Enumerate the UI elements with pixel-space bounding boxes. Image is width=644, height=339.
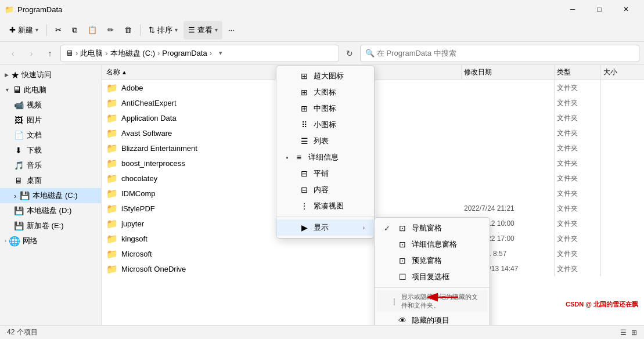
doc-icon: 📄: [14, 131, 23, 140]
back-button[interactable]: ‹: [5, 45, 21, 62]
view-chevron: ▾: [215, 27, 218, 33]
submenu-nav-pane[interactable]: ✓ ⊡ 导航窗格: [375, 220, 490, 236]
breadcrumb-c[interactable]: 本地磁盘 (C:): [110, 48, 155, 59]
view-dropdown-menu: ✓ ⊞ 超大图标 ✓ ⊞ 大图标 ✓ ⊞ 中图标 ✓ ⠿ 小图标 ✓ ☰: [276, 65, 375, 239]
menu-item-show[interactable]: ✓ ▶ 显示 › ✓ ⊡ 导航窗格 ✓ ⊡ 详细信息窗格: [276, 219, 374, 236]
menu-item-large[interactable]: ✓ ⊞ 大图标: [276, 84, 374, 100]
submenu-divider: [375, 287, 490, 288]
file-date: [462, 171, 555, 186]
search-input[interactable]: [377, 49, 634, 57]
menu-item-content[interactable]: ✓ ⊟ 内容: [276, 182, 374, 198]
sidebar-item-desktop[interactable]: 🖥 桌面: [0, 173, 101, 188]
col-header-size[interactable]: 大小: [601, 65, 642, 80]
col-header-type[interactable]: 类型: [555, 65, 601, 80]
sidebar-item-local-d[interactable]: 💾 本地磁盘 (D:): [0, 203, 101, 218]
file-size: [601, 95, 642, 110]
file-type: 文件夹: [555, 125, 601, 140]
maximize-button[interactable]: □: [586, 0, 613, 19]
submenu-item-checkbox[interactable]: ✓ ☐ 项目复选框: [375, 269, 490, 285]
submenu-preview-pane[interactable]: ✓ ⊡ 预览窗格: [375, 253, 490, 269]
list-icon: ☰: [300, 136, 309, 146]
breadcrumb-bar[interactable]: 🖥 › 此电脑 › 本地磁盘 (C:) › ProgramData › ▾: [60, 45, 339, 62]
folder-icon: 📁: [106, 128, 118, 139]
sidebar-item-network[interactable]: › 🌐 网络: [0, 233, 101, 248]
file-type: 文件夹: [555, 171, 601, 186]
file-size: [601, 186, 642, 201]
file-type: 文件夹: [555, 156, 601, 171]
menu-item-medium[interactable]: ✓ ⊞ 中图标: [276, 100, 374, 117]
folder-icon: 📁: [106, 264, 118, 275]
submenu-hidden-items[interactable]: ✓ 👁 隐藏的项目: [375, 312, 490, 325]
toolbar-sep-2: [140, 24, 141, 36]
breadcrumb-programdata[interactable]: ProgramData: [162, 49, 207, 57]
copy-button[interactable]: ⧉: [67, 21, 82, 39]
menu-item-detail[interactable]: ● ≡ 详细信息: [276, 149, 374, 165]
file-type: 文件夹: [555, 140, 601, 156]
table-row[interactable]: 📁 Microsoft 2022/3/1 8:57 文件夹: [102, 246, 644, 261]
menu-item-extra-large[interactable]: ✓ ⊞ 超大图标: [276, 68, 374, 84]
sort-button[interactable]: ⇅ 排序 ▾: [144, 21, 182, 39]
tooltip-icon: │: [393, 298, 396, 305]
main-area: ▶ ★ 快速访问 ▼ 🖥 此电脑 📹 视频 🖼 图片 📄 文档 ⬇ 下载 🎵 音…: [0, 65, 644, 325]
file-date: [462, 186, 555, 201]
pc-icon: 🖥: [12, 85, 21, 95]
sidebar-item-music[interactable]: 🎵 音乐: [0, 158, 101, 173]
view-icon-list[interactable]: ☰: [620, 329, 627, 337]
toolbar: ✚ 新建 ▾ ✂ ⧉ 📋 ✏ 🗑 ⇅ 排序 ▾ ☰ 查看 ▾ ···: [0, 19, 644, 42]
col-header-date[interactable]: 修改日期: [462, 65, 555, 80]
detail-pane-icon: ⊡: [398, 240, 407, 249]
new-button[interactable]: ✚ 新建 ▾: [5, 21, 43, 39]
file-size: [601, 110, 642, 125]
new-label: 新建: [18, 25, 33, 35]
more-button[interactable]: ···: [224, 21, 239, 39]
menu-item-tile[interactable]: ✓ ⊟ 平铺: [276, 165, 374, 182]
sidebar-label-doc: 文档: [27, 130, 42, 140]
folder-icon: 📁: [106, 173, 118, 184]
file-name: Application Data: [121, 114, 177, 122]
menu-item-compact[interactable]: ✓ ⋮ 紧凑视图: [276, 198, 374, 214]
file-size: [601, 216, 642, 231]
delete-button[interactable]: 🗑: [120, 21, 136, 39]
search-bar[interactable]: 🔍: [360, 45, 639, 62]
view-button[interactable]: ☰ 查看 ▾: [184, 21, 222, 39]
sidebar-label-download: 下载: [27, 145, 42, 156]
paste-button[interactable]: 📋: [83, 21, 102, 39]
forward-button[interactable]: ›: [23, 45, 39, 62]
sidebar-item-video[interactable]: 📹 视频: [0, 98, 101, 113]
titlebar: 📁 ProgramData ─ □ ✕: [0, 0, 644, 19]
sidebar-item-download[interactable]: ⬇ 下载: [0, 143, 101, 158]
minimize-button[interactable]: ─: [559, 0, 586, 19]
file-type: 文件夹: [555, 80, 601, 95]
menu-item-small[interactable]: ✓ ⠿ 小图标: [276, 117, 374, 133]
breadcrumb-sep-3: ›: [210, 49, 212, 57]
sidebar-item-quick-access[interactable]: ▶ ★ 快速访问: [0, 67, 101, 82]
breadcrumb-pc[interactable]: 此电脑: [80, 48, 103, 59]
submenu-detail-pane[interactable]: ✓ ⊡ 详细信息窗格: [375, 236, 490, 253]
file-size: [601, 261, 642, 276]
hidden-items-icon: 👁: [398, 316, 407, 325]
breadcrumb-sep-2: ›: [157, 49, 160, 57]
file-size: [601, 246, 642, 261]
desktop-icon: 🖥: [14, 176, 23, 185]
breadcrumb-expand[interactable]: ▾: [214, 45, 227, 62]
sidebar-item-doc[interactable]: 📄 文档: [0, 128, 101, 143]
view-icon-grid[interactable]: ⊞: [631, 329, 637, 337]
cut-button[interactable]: ✂: [51, 21, 66, 39]
sidebar-item-local-c[interactable]: › 💾 本地磁盘 (C:): [0, 188, 101, 203]
close-button[interactable]: ✕: [613, 0, 639, 19]
new-e-icon: 💾: [14, 221, 23, 230]
refresh-button[interactable]: ↻: [341, 45, 358, 62]
download-icon: ⬇: [14, 146, 23, 155]
folder-icon: 📁: [106, 113, 118, 124]
sidebar-item-pc[interactable]: ▼ 🖥 此电脑: [0, 82, 101, 98]
file-name: IDMComp: [121, 189, 156, 198]
sidebar-item-new-e[interactable]: 💾 新加卷 (E:): [0, 218, 101, 233]
file-type: 文件夹: [555, 186, 601, 201]
up-button[interactable]: ↑: [42, 45, 58, 62]
menu-item-list[interactable]: ✓ ☰ 列表: [276, 133, 374, 149]
sidebar-item-picture[interactable]: 🖼 图片: [0, 113, 101, 128]
table-row[interactable]: 📁 Microsoft OneDrive 2021/12/13 14:47 文件…: [102, 261, 644, 276]
folder-icon: 📁: [106, 203, 118, 214]
rename-button[interactable]: ✏: [103, 21, 118, 39]
paste-icon: 📋: [88, 26, 97, 34]
